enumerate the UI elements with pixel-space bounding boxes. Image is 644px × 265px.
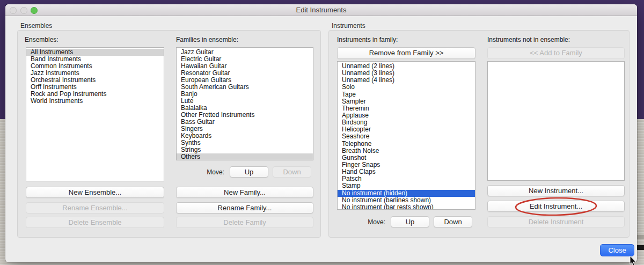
traffic-lights [10, 7, 38, 14]
instruments-move-label: Move: [348, 218, 385, 226]
edit-instruments-dialog: Edit Instruments Ensembles Ensembles: Al… [5, 4, 637, 262]
new-instrument-button[interactable]: New Instrument... [487, 185, 625, 196]
instruments-not-in-ensemble-label: Instruments not in ensemble: [487, 36, 570, 43]
list-item[interactable]: Seashore [338, 133, 475, 140]
list-item[interactable]: Tape [338, 91, 475, 98]
family-move-up-button[interactable]: Up [230, 166, 268, 178]
window-title: Edit Instruments [5, 4, 637, 16]
list-item[interactable]: Banjo [177, 91, 313, 98]
instrument-move-down-button[interactable]: Down [434, 216, 472, 227]
edit-instrument-button[interactable]: Edit Instrument... [487, 201, 625, 212]
families-move-label: Move: [187, 168, 224, 176]
rename-ensemble-button: Rename Ensemble... [26, 202, 164, 214]
close-window-icon[interactable] [10, 7, 17, 14]
delete-instrument-button: Delete Instrument [487, 216, 625, 227]
title-bar[interactable]: Edit Instruments [5, 4, 637, 16]
list-item[interactable]: Gunshot [338, 154, 475, 161]
ensembles-list-label: Ensembles: [25, 36, 58, 43]
list-item[interactable]: Telephone [338, 141, 475, 148]
list-item[interactable]: No instrument (bar rests shown) [338, 204, 475, 210]
list-item[interactable]: Sampler [338, 98, 475, 105]
list-item[interactable]: Breath Noise [338, 148, 475, 154]
list-item[interactable]: Stamp [338, 182, 475, 189]
instruments-not-in-ensemble-list[interactable] [487, 61, 625, 181]
add-to-family-button: << Add to Family [487, 47, 625, 59]
new-family-button[interactable]: New Family... [176, 187, 313, 198]
delete-ensemble-button: Delete Ensemble [26, 217, 164, 228]
delete-family-button: Delete Family [176, 217, 313, 228]
families-list[interactable]: Jazz GuitarElectric GuitarHawaiian Guita… [176, 47, 313, 160]
ensembles-list[interactable]: All InstrumentsBand InstrumentsCommon In… [26, 47, 164, 181]
instruments-in-family-list[interactable]: Unnamed (2 lines)Unnamed (3 lines)Unname… [337, 61, 475, 210]
rename-family-button[interactable]: Rename Family... [176, 202, 313, 214]
ensembles-group-label: Ensembles [20, 22, 52, 30]
list-item[interactable]: Unnamed (4 lines) [338, 77, 475, 84]
close-button[interactable]: Close [600, 244, 634, 256]
instruments-group-label: Instruments [332, 22, 365, 30]
list-item[interactable]: Solo [338, 84, 475, 91]
instruments-in-family-label: Instruments in family: [337, 36, 398, 43]
list-item[interactable]: No instrument (hidden) [338, 190, 475, 197]
mouse-cursor [630, 256, 638, 265]
new-ensemble-button[interactable]: New Ensemble... [26, 187, 164, 198]
list-item[interactable]: Others [177, 153, 313, 160]
family-move-down-button: Down [273, 166, 311, 178]
zoom-window-icon[interactable] [31, 7, 38, 14]
families-list-label: Families in ensemble: [176, 36, 238, 43]
instrument-move-up-button[interactable]: Up [391, 216, 429, 227]
list-item[interactable]: World Instruments [26, 98, 164, 105]
list-item[interactable]: No instrument (barlines shown) [338, 197, 475, 204]
remove-from-family-button[interactable]: Remove from Family >> [337, 47, 475, 59]
minimize-window-icon[interactable] [20, 7, 27, 14]
list-item[interactable]: Theremin [338, 105, 475, 112]
